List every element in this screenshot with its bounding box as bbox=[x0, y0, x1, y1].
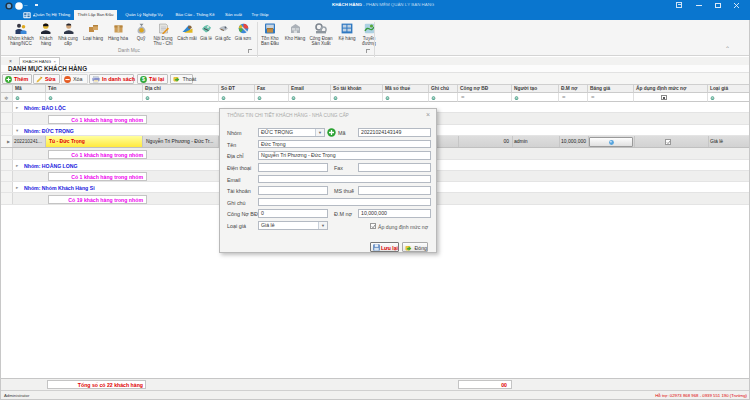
svg-text:$: $ bbox=[142, 76, 145, 82]
